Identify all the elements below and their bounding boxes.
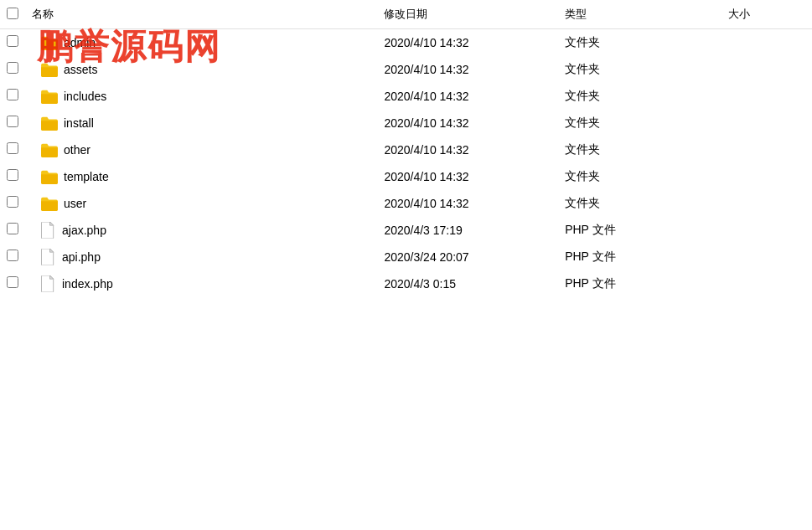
row-name-cell[interactable]: ajax.php [25,217,377,244]
folder-name[interactable]: user [64,197,86,210]
row-date: 2020/4/10 14:32 [377,190,558,217]
folder-name[interactable]: other [64,143,91,157]
row-checkbox[interactable] [7,196,18,208]
row-type: 文件夹 [558,136,721,163]
folder-name[interactable]: assets [64,63,97,76]
select-all-cell[interactable] [0,0,25,29]
header-date[interactable]: 修改日期 [377,0,558,29]
file-name[interactable]: api.php [62,250,101,264]
row-type: 文件夹 [558,56,721,83]
table-row[interactable]: ajax.php 2020/4/3 17:19 PHP 文件 [0,217,812,244]
folder-icon [40,89,57,104]
row-name-cell[interactable]: api.php [25,244,377,270]
row-name-cell[interactable]: other [25,136,377,163]
row-checkbox[interactable] [7,116,18,127]
table-row[interactable]: includes 2020/4/10 14:32 文件夹 [0,83,812,110]
row-date: 2020/4/10 14:32 [377,29,558,56]
table-row[interactable]: user 2020/4/10 14:32 文件夹 [0,190,812,217]
file-icon [40,275,55,292]
folder-name[interactable]: template [64,170,109,183]
folder-icon [40,116,57,131]
row-name-cell[interactable]: template [25,163,377,190]
row-checkbox[interactable] [7,62,18,74]
row-checkbox-cell[interactable] [0,29,25,56]
table-row[interactable]: api.php 2020/3/24 20:07 PHP 文件 [0,244,812,270]
file-table: 名称 修改日期 类型 大小 admin 2020/4/10 14:32 文件夹 [0,0,812,297]
table-row[interactable]: template 2020/4/10 14:32 文件夹 [0,163,812,190]
row-checkbox[interactable] [7,89,18,100]
row-size [721,56,812,83]
folder-name[interactable]: admin [64,36,96,49]
row-size [721,83,812,110]
row-name-cell[interactable]: assets [25,56,377,83]
folder-icon [40,196,57,211]
row-type: 文件夹 [558,163,721,190]
row-type: PHP 文件 [558,270,721,297]
row-checkbox[interactable] [7,142,18,154]
row-type: 文件夹 [558,190,721,217]
row-date: 2020/4/10 14:32 [377,110,558,136]
row-checkbox-cell[interactable] [0,270,25,297]
table-row[interactable]: other 2020/4/10 14:32 文件夹 [0,136,812,163]
table-header: 名称 修改日期 类型 大小 [0,0,812,29]
header-size[interactable]: 大小 [721,0,812,29]
row-checkbox-cell[interactable] [0,244,25,270]
folder-icon [40,142,57,157]
folder-icon [40,62,57,77]
row-name-cell[interactable]: user [25,190,377,217]
row-type: PHP 文件 [558,244,721,270]
row-checkbox[interactable] [7,35,18,47]
row-name-cell[interactable]: admin [25,29,377,56]
header-name[interactable]: 名称 [25,0,377,29]
row-date: 2020/4/10 14:32 [377,83,558,110]
row-date: 2020/4/3 0:15 [377,270,558,297]
row-size [721,270,812,297]
select-all-checkbox[interactable] [7,8,18,19]
row-checkbox-cell[interactable] [0,217,25,244]
row-name-cell[interactable]: install [25,110,377,136]
row-checkbox[interactable] [7,223,18,234]
table-row[interactable]: admin 2020/4/10 14:32 文件夹 [0,29,812,56]
row-checkbox-cell[interactable] [0,110,25,136]
row-size [721,136,812,163]
row-type: 文件夹 [558,29,721,56]
row-date: 2020/4/10 14:32 [377,56,558,83]
row-checkbox-cell[interactable] [0,83,25,110]
row-checkbox[interactable] [7,250,18,261]
table-row[interactable]: assets 2020/4/10 14:32 文件夹 [0,56,812,83]
row-size [721,163,812,190]
row-date: 2020/4/10 14:32 [377,163,558,190]
row-type: 文件夹 [558,110,721,136]
row-type: PHP 文件 [558,217,721,244]
row-checkbox[interactable] [7,276,18,288]
row-name-cell[interactable]: index.php [25,270,377,297]
file-icon [40,249,55,265]
file-explorer: 鹏誉源码网 名称 修改日期 类型 大小 ad [0,0,812,530]
row-checkbox-cell[interactable] [0,136,25,163]
row-date: 2020/4/10 14:32 [377,136,558,163]
header-type[interactable]: 类型 [558,0,721,29]
folder-icon [40,169,57,184]
row-size [721,110,812,136]
folder-icon [40,35,57,50]
folder-name[interactable]: install [64,116,94,130]
row-checkbox[interactable] [7,169,18,181]
row-checkbox-cell[interactable] [0,163,25,190]
file-name[interactable]: ajax.php [62,224,106,237]
file-icon [40,222,55,239]
file-name[interactable]: index.php [62,277,113,291]
row-name-cell[interactable]: includes [25,83,377,110]
row-size [721,244,812,270]
row-checkbox-cell[interactable] [0,190,25,217]
row-size [721,190,812,217]
row-size [721,217,812,244]
row-date: 2020/4/3 17:19 [377,217,558,244]
row-type: 文件夹 [558,83,721,110]
row-date: 2020/3/24 20:07 [377,244,558,270]
row-checkbox-cell[interactable] [0,56,25,83]
row-size [721,29,812,56]
table-row[interactable]: index.php 2020/4/3 0:15 PHP 文件 [0,270,812,297]
table-row[interactable]: install 2020/4/10 14:32 文件夹 [0,110,812,136]
folder-name[interactable]: includes [64,90,106,103]
